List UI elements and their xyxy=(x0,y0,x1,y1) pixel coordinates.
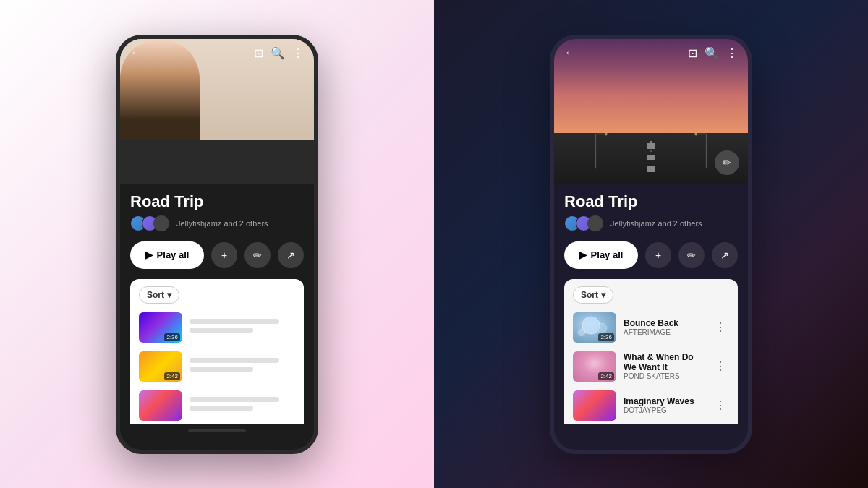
skeleton-artist-2 xyxy=(190,367,253,372)
skeleton-title-2 xyxy=(190,358,279,363)
svg-point-2 xyxy=(605,133,608,135)
collab-text-left: Jellyfishjamz and 2 others xyxy=(176,219,268,228)
collaborators-right: ··· Jellyfishjamz and 2 others xyxy=(564,215,738,231)
more-avatar-right: ··· xyxy=(587,215,603,231)
duration-badge-2-left: 2:42 xyxy=(164,372,180,380)
skeleton-artist-3 xyxy=(190,406,253,411)
action-row-left: ▶ Play all + ✏ ↗ xyxy=(130,241,304,269)
edit-icon-overlay: ✏ xyxy=(723,157,731,168)
content-right: Road Trip ··· Jellyfishjamz and 2 others… xyxy=(554,184,748,424)
edit-btn-right[interactable]: ✏ xyxy=(678,242,705,268)
track-list-right: 2:36 Bounce Back AFTERIMAGE ⋮ 2:42 xyxy=(573,309,729,424)
list-item xyxy=(139,388,295,424)
add-btn-right[interactable]: + xyxy=(645,242,671,268)
more-avatar-left: ··· xyxy=(153,215,169,231)
more-icon-right[interactable]: ⋮ xyxy=(726,46,738,60)
search-icon-right[interactable]: 🔍 xyxy=(705,46,719,60)
search-icon-left[interactable]: 🔍 xyxy=(271,46,285,60)
track-artist-1-right: AFTERIMAGE xyxy=(624,328,705,336)
sort-label-left: Sort xyxy=(147,290,164,300)
play-icon-right: ▶ xyxy=(579,249,587,260)
playlist-title-left: Road Trip xyxy=(130,192,304,211)
phone-light: ← ⊡ 🔍 ⋮ Road Trip xyxy=(116,35,318,454)
sort-section-right: Sort ▾ 2:36 xyxy=(564,279,738,424)
track-thumb-1-right: 2:36 xyxy=(573,312,616,343)
track-info-1-left xyxy=(190,319,295,336)
phone-dark: ← ⊡ 🔍 ⋮ xyxy=(550,35,752,454)
play-all-btn-left[interactable]: ▶ Play all xyxy=(130,241,204,269)
track-info-2-left xyxy=(190,358,295,375)
track-list-left: 2:36 2:42 xyxy=(139,309,295,424)
duration-badge-1-left: 2:36 xyxy=(164,333,180,341)
chevron-down-icon-right: ▾ xyxy=(601,290,605,300)
left-panel: ← ⊡ 🔍 ⋮ Road Trip xyxy=(0,0,434,488)
sort-section-left: Sort ▾ 2:36 xyxy=(130,279,304,424)
track-info-1-right: Bounce Back AFTERIMAGE xyxy=(624,318,705,336)
track-more-3-right[interactable]: ⋮ xyxy=(712,395,729,415)
right-panel: ← ⊡ 🔍 ⋮ xyxy=(434,0,868,488)
cast-icon-left[interactable]: ⊡ xyxy=(254,46,263,60)
add-btn-left[interactable]: + xyxy=(211,242,237,268)
track-thumb-2-right: 2:42 xyxy=(573,351,616,382)
edit-btn-left[interactable]: ✏ xyxy=(244,242,271,268)
track-thumb-1-left: 2:36 xyxy=(139,312,182,343)
collaborators-left: ··· Jellyfishjamz and 2 others xyxy=(130,215,304,231)
play-all-label-right: Play all xyxy=(591,249,624,260)
play-icon-left: ▶ xyxy=(145,249,153,260)
track-title-1-right: Bounce Back xyxy=(624,318,705,328)
track-more-1-right[interactable]: ⋮ xyxy=(712,317,729,337)
home-indicator-left xyxy=(130,424,304,438)
track-info-2-right: What & When Do We Want It POND SKATERS xyxy=(624,352,705,380)
list-item: 2:42 xyxy=(139,348,295,385)
list-item: 2:36 xyxy=(139,309,295,346)
chevron-down-icon-left: ▾ xyxy=(167,290,171,300)
content-left: Road Trip ··· Jellyfishjamz and 2 others… xyxy=(120,184,314,438)
share-btn-left[interactable]: ↗ xyxy=(278,242,304,268)
playlist-title-right: Road Trip xyxy=(564,192,738,211)
duration-badge-1-right: 2:36 xyxy=(598,333,614,341)
skeleton-artist-1 xyxy=(190,328,253,333)
cast-icon-right[interactable]: ⊡ xyxy=(688,46,697,60)
track-more-2-right[interactable]: ⋮ xyxy=(712,356,729,376)
track-artist-3-right: DOTJAYPEG xyxy=(624,406,705,414)
share-btn-right[interactable]: ↗ xyxy=(712,242,738,268)
edit-overlay-btn[interactable]: ✏ xyxy=(715,150,739,175)
back-icon-left[interactable]: ← xyxy=(130,46,142,59)
track-thumb-3-right xyxy=(573,390,616,421)
action-row-right: ▶ Play all + ✏ ↗ xyxy=(564,241,738,269)
sort-btn-left[interactable]: Sort ▾ xyxy=(139,286,179,304)
back-icon-right[interactable]: ← xyxy=(564,46,576,59)
skeleton-title-3 xyxy=(190,397,279,402)
track-thumb-3-left xyxy=(139,390,182,421)
track-title-2-right: What & When Do We Want It xyxy=(624,352,705,372)
track-thumb-2-left: 2:42 xyxy=(139,351,182,382)
sort-label-right: Sort xyxy=(581,290,598,300)
skeleton-title-1 xyxy=(190,319,279,324)
track-artist-2-right: POND SKATERS xyxy=(624,372,705,380)
track-info-3-left xyxy=(190,397,295,414)
duration-badge-2-right: 2:42 xyxy=(598,372,614,380)
indicator-bar-left xyxy=(188,429,246,432)
track-title-3-right: Imaginary Waves xyxy=(624,396,705,406)
svg-point-5 xyxy=(694,133,697,135)
play-all-label-left: Play all xyxy=(157,249,190,260)
play-all-btn-right[interactable]: ▶ Play all xyxy=(564,241,638,269)
svg-point-9 xyxy=(578,329,585,336)
list-item: Imaginary Waves DOTJAYPEG ⋮ xyxy=(573,388,729,424)
list-item: 2:42 What & When Do We Want It POND SKAT… xyxy=(573,348,729,385)
collab-text-right: Jellyfishjamz and 2 others xyxy=(610,219,702,228)
top-bar-left: ← ⊡ 🔍 ⋮ xyxy=(120,39,314,67)
top-bar-right: ← ⊡ 🔍 ⋮ xyxy=(554,39,748,67)
sort-btn-right[interactable]: Sort ▾ xyxy=(573,286,613,304)
svg-point-8 xyxy=(597,323,607,333)
list-item: 2:36 Bounce Back AFTERIMAGE ⋮ xyxy=(573,309,729,346)
track-info-3-right: Imaginary Waves DOTJAYPEG xyxy=(624,396,705,414)
car-interior xyxy=(120,140,314,184)
more-icon-left[interactable]: ⋮ xyxy=(292,46,304,60)
